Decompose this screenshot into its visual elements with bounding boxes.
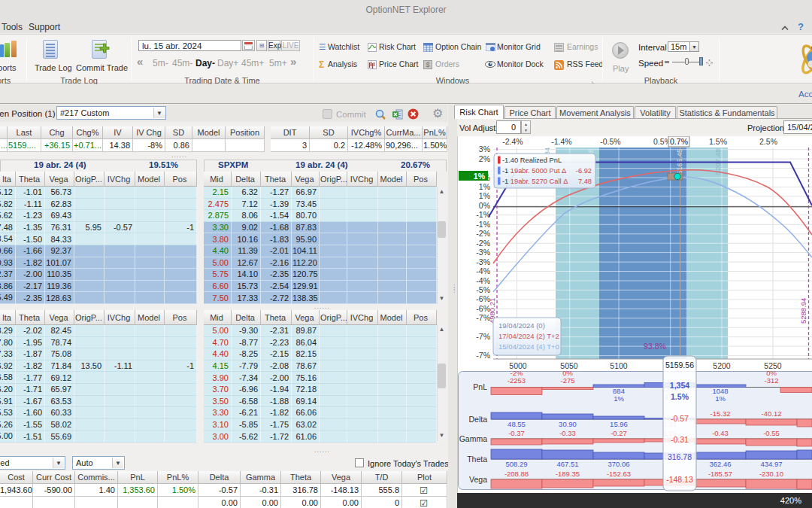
svg-text:-185.57: -185.57 (708, 470, 732, 478)
svg-text:1%: 1% (479, 191, 490, 200)
svg-text:PnL: PnL (473, 382, 487, 391)
svg-text:-312: -312 (764, 376, 778, 385)
svg-text:-1%: -1% (476, 210, 490, 219)
svg-text:-0.5%: -0.5% (600, 137, 620, 146)
svg-text:-3%: -3% (476, 257, 490, 266)
svg-text:-0.33: -0.33 (559, 429, 576, 437)
svg-text:-0.37: -0.37 (508, 429, 525, 437)
svg-text:-3%: -3% (476, 248, 490, 257)
svg-text:-0.31: -0.31 (671, 435, 689, 444)
svg-text:370.06: 370.06 (607, 460, 629, 468)
svg-text:5159.56: 5159.56 (665, 360, 694, 370)
svg-text:1,354: 1,354 (670, 381, 689, 390)
svg-text:-7%: -7% (476, 351, 490, 360)
svg-text:-40.12: -40.12 (762, 409, 782, 418)
svg-text:-230.10: -230.10 (759, 470, 783, 478)
svg-text:-1 19abr. 5270 Call Δ: -1 19abr. 5270 Call Δ (502, 178, 568, 185)
svg-text:434.97: 434.97 (760, 460, 782, 468)
svg-text:-152.63: -152.63 (607, 470, 631, 478)
svg-text:-7%: -7% (476, 332, 490, 341)
svg-text:-15.32: -15.32 (710, 409, 731, 418)
svg-text:0.7%: 0.7% (670, 137, 688, 146)
svg-text:-208.88: -208.88 (504, 470, 529, 478)
svg-text:1.5%: 1.5% (671, 392, 689, 401)
svg-text:1%: 1% (715, 394, 726, 403)
svg-text:Vega: Vega (469, 475, 487, 484)
svg-text:3%: 3% (479, 144, 490, 154)
svg-text:17/04/2024 (2) T+2: 17/04/2024 (2) T+2 (498, 332, 559, 340)
svg-text:-6.92: -6.92 (576, 167, 592, 175)
svg-text:48.55: 48.55 (508, 420, 526, 428)
svg-text:-2%: -2% (476, 229, 490, 238)
svg-text:-148.13: -148.13 (666, 475, 693, 484)
svg-text:1.5%: 1.5% (709, 137, 727, 146)
svg-text:Gamma: Gamma (459, 434, 488, 443)
svg-text:19/04/2024 (0): 19/04/2024 (0) (498, 321, 545, 330)
svg-text:2%: 2% (479, 154, 490, 163)
svg-text:-0.55: -0.55 (763, 429, 780, 437)
svg-text:362.46: 362.46 (709, 460, 731, 468)
svg-text:5100: 5100 (610, 361, 628, 370)
svg-text:-0.57: -0.57 (671, 414, 689, 423)
svg-text:316.78: 316.78 (668, 452, 692, 461)
svg-text:1%: 1% (614, 394, 624, 403)
svg-text:-275: -275 (560, 376, 574, 385)
svg-text:Theta: Theta (467, 455, 487, 464)
svg-text:1%: 1% (474, 172, 486, 181)
svg-text:2.5%: 2.5% (759, 137, 777, 146)
svg-text:-0.43: -0.43 (712, 429, 729, 437)
svg-text:-1 19abr. 5000 Put Δ: -1 19abr. 5000 Put Δ (502, 167, 566, 175)
svg-text:-7%: -7% (476, 313, 490, 322)
svg-text:-1%: -1% (476, 220, 490, 229)
svg-text:0%: 0% (479, 201, 490, 210)
svg-text:-2.4%: -2.4% (502, 137, 523, 146)
svg-text:15/04/2024 (4) T+0: 15/04/2024 (4) T+0 (498, 342, 559, 351)
svg-text:1%: 1% (479, 182, 490, 191)
svg-text:-2253: -2253 (508, 376, 526, 385)
svg-text:-0.27: -0.27 (611, 429, 627, 437)
svg-text:508.29: 508.29 (505, 460, 527, 468)
svg-text:5200: 5200 (713, 361, 731, 370)
svg-text:Delta: Delta (468, 415, 487, 424)
svg-text:-6%: -6% (476, 304, 490, 313)
svg-text:5288.94: 5288.94 (799, 298, 807, 324)
svg-text:-5%: -5% (476, 285, 490, 294)
svg-text:467.51: 467.51 (556, 460, 578, 468)
svg-text:-4%: -4% (476, 276, 490, 285)
svg-text:-1.4%: -1.4% (551, 137, 571, 146)
svg-text:30.90: 30.90 (559, 420, 577, 428)
svg-text:-6%: -6% (476, 294, 490, 303)
svg-text:93.8%: 93.8% (644, 342, 666, 351)
svg-text:-4%: -4% (476, 266, 490, 275)
svg-text:-1.40 Realized PnL: -1.40 Realized PnL (502, 157, 562, 164)
svg-text:-2%: -2% (476, 239, 490, 248)
svg-text:-189.35: -189.35 (556, 470, 580, 478)
svg-text:7.48: 7.48 (578, 178, 592, 185)
svg-text:15.96: 15.96 (610, 420, 628, 428)
